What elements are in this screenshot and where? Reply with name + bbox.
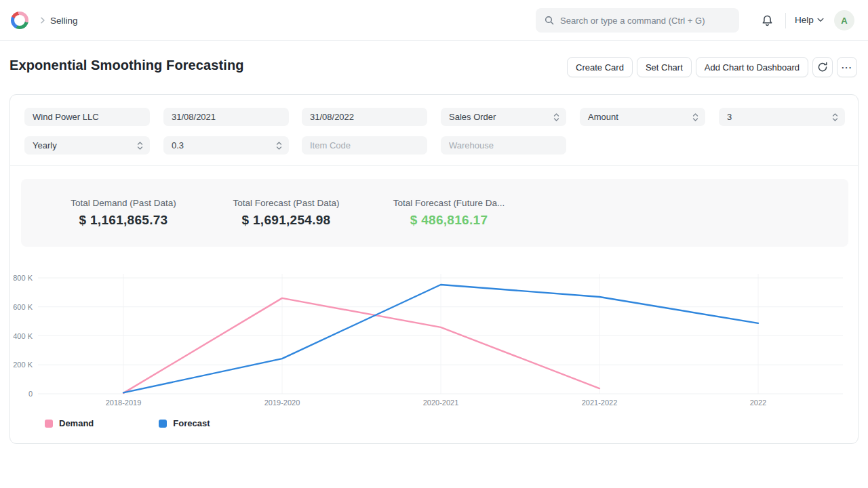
summary-panel: Total Demand (Past Data) $ 1,161,865.73 …: [21, 179, 848, 247]
item-code-input[interactable]: [310, 140, 420, 150]
summary-value: $ 1,161,865.73: [79, 213, 168, 228]
help-label: Help: [795, 15, 814, 25]
company-filter[interactable]: [24, 108, 150, 126]
svg-text:200 K: 200 K: [13, 361, 33, 369]
filter-divider: [10, 165, 858, 166]
summary-total-demand-past: Total Demand (Past Data) $ 1,161,865.73: [28, 179, 218, 247]
legend-item-demand: Demand: [45, 418, 94, 428]
periodicity-value: Yearly: [33, 140, 57, 150]
svg-text:2022: 2022: [750, 399, 766, 407]
svg-text:600 K: 600 K: [13, 303, 33, 311]
warehouse-input[interactable]: [449, 140, 559, 150]
help-menu[interactable]: Help: [795, 15, 824, 25]
summary-value: $ 486,816.17: [410, 213, 488, 228]
create-card-button[interactable]: Create Card: [567, 57, 633, 77]
chart-legend: Demand Forecast: [45, 418, 210, 428]
svg-text:2019-2020: 2019-2020: [264, 399, 300, 407]
refresh-icon: [817, 62, 828, 73]
smoothing-constant-value: 0.3: [172, 140, 184, 150]
summary-label: Total Demand (Past Data): [71, 198, 176, 208]
search-input[interactable]: [560, 16, 731, 26]
forecast-swatch-icon: [159, 420, 167, 428]
item-code-filter[interactable]: [302, 136, 427, 155]
forecast-chart: 0200 K400 K600 K800 K2018-20192019-20202…: [10, 264, 859, 417]
company-input[interactable]: [33, 112, 143, 122]
summary-label: Total Forecast (Future Da...: [393, 198, 505, 208]
navbar: Selling Help A: [0, 0, 868, 41]
select-chevrons-icon: [137, 141, 143, 150]
summary-total-forecast-past: Total Forecast (Past Data) $ 1,691,254.9…: [191, 179, 381, 247]
no-of-years-value: 3: [727, 112, 732, 122]
chevron-down-icon: [817, 18, 824, 22]
warehouse-filter[interactable]: [441, 136, 566, 155]
select-chevrons-icon: [832, 113, 838, 122]
svg-text:400 K: 400 K: [13, 332, 33, 340]
more-menu-button[interactable]: ···: [837, 57, 857, 77]
navbar-divider: [785, 13, 786, 28]
set-chart-button[interactable]: Set Chart: [637, 57, 692, 77]
based-on-document-select[interactable]: Sales Order: [441, 108, 566, 126]
app-logo-icon[interactable]: [11, 12, 28, 29]
to-date-filter[interactable]: [302, 108, 427, 126]
header-actions: Create Card Set Chart Add Chart to Dashb…: [567, 57, 857, 77]
smoothing-constant-select[interactable]: 0.3: [163, 136, 289, 155]
search-icon: [544, 15, 555, 26]
select-chevrons-icon: [692, 113, 698, 122]
legend-label: Forecast: [173, 418, 210, 428]
svg-text:2021-2022: 2021-2022: [582, 399, 618, 407]
chevron-right-icon: [38, 16, 47, 28]
svg-text:800 K: 800 K: [13, 274, 33, 282]
global-search[interactable]: [536, 8, 739, 33]
svg-text:2020-2021: 2020-2021: [423, 399, 459, 407]
to-date-input[interactable]: [310, 112, 420, 122]
select-chevrons-icon: [276, 141, 282, 150]
avatar-letter: A: [841, 16, 847, 26]
no-of-years-select[interactable]: 3: [719, 108, 845, 126]
summary-total-forecast-future: Total Forecast (Future Da... $ 486,816.1…: [354, 179, 544, 247]
select-chevrons-icon: [553, 113, 559, 122]
svg-text:2018-2019: 2018-2019: [106, 399, 142, 407]
avatar[interactable]: A: [834, 10, 854, 30]
add-chart-to-dashboard-button[interactable]: Add Chart to Dashboard: [696, 57, 808, 77]
forecast-chart-svg: 0200 K400 K600 K800 K2018-20192019-20202…: [10, 264, 859, 417]
svg-text:0: 0: [28, 390, 33, 398]
legend-label: Demand: [59, 418, 94, 428]
from-date-input[interactable]: [172, 112, 282, 122]
summary-label: Total Forecast (Past Data): [233, 198, 340, 208]
from-date-filter[interactable]: [163, 108, 289, 126]
based-on-field-value: Amount: [588, 112, 618, 122]
report-card: Sales Order Amount 3 Yearly 0.3 Total De…: [9, 94, 859, 444]
based-on-document-value: Sales Order: [449, 112, 496, 122]
periodicity-select[interactable]: Yearly: [24, 136, 150, 155]
refresh-button[interactable]: [812, 57, 833, 77]
summary-value: $ 1,691,254.98: [242, 213, 331, 228]
legend-item-forecast: Forecast: [159, 418, 210, 428]
notifications-bell-icon[interactable]: [758, 12, 776, 30]
breadcrumb[interactable]: Selling: [50, 16, 78, 26]
page-title: Exponential Smoothing Forecasting: [9, 58, 244, 73]
demand-swatch-icon: [45, 420, 53, 428]
based-on-field-select[interactable]: Amount: [580, 108, 705, 126]
